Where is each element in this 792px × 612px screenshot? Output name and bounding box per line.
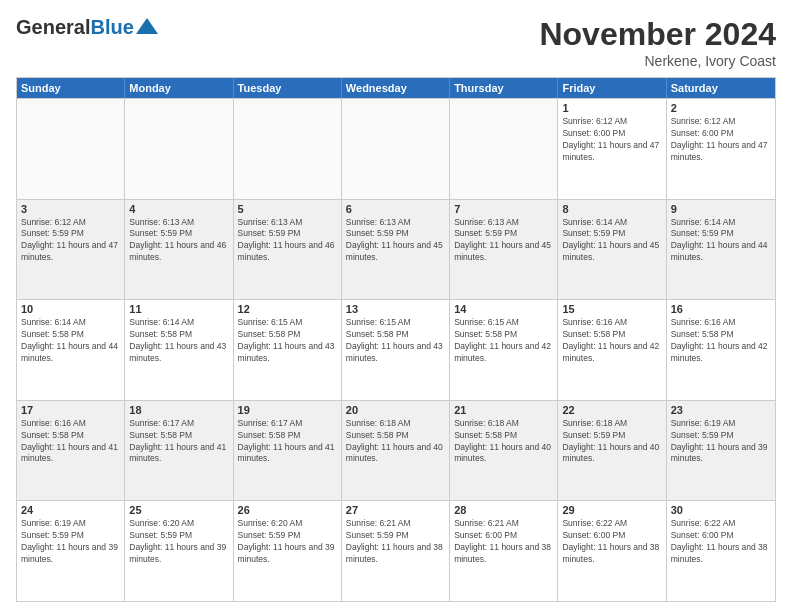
cal-cell xyxy=(125,99,233,199)
cal-cell: 26Sunrise: 6:20 AM Sunset: 5:59 PM Dayli… xyxy=(234,501,342,601)
cal-cell: 2Sunrise: 6:12 AM Sunset: 6:00 PM Daylig… xyxy=(667,99,775,199)
day-number: 7 xyxy=(454,203,553,215)
cal-cell: 4Sunrise: 6:13 AM Sunset: 5:59 PM Daylig… xyxy=(125,200,233,300)
cal-cell xyxy=(342,99,450,199)
day-info: Sunrise: 6:15 AM Sunset: 5:58 PM Dayligh… xyxy=(238,317,337,365)
svg-marker-0 xyxy=(136,18,158,34)
cal-header-monday: Monday xyxy=(125,78,233,98)
day-number: 29 xyxy=(562,504,661,516)
day-info: Sunrise: 6:14 AM Sunset: 5:58 PM Dayligh… xyxy=(129,317,228,365)
cal-header-sunday: Sunday xyxy=(17,78,125,98)
day-number: 15 xyxy=(562,303,661,315)
day-info: Sunrise: 6:18 AM Sunset: 5:58 PM Dayligh… xyxy=(346,418,445,466)
day-number: 30 xyxy=(671,504,771,516)
cal-cell: 16Sunrise: 6:16 AM Sunset: 5:58 PM Dayli… xyxy=(667,300,775,400)
logo-blue: Blue xyxy=(90,16,133,38)
day-number: 4 xyxy=(129,203,228,215)
cal-week-1: 1Sunrise: 6:12 AM Sunset: 6:00 PM Daylig… xyxy=(17,98,775,199)
cal-cell: 22Sunrise: 6:18 AM Sunset: 5:59 PM Dayli… xyxy=(558,401,666,501)
day-number: 18 xyxy=(129,404,228,416)
cal-cell xyxy=(450,99,558,199)
cal-header-friday: Friday xyxy=(558,78,666,98)
cal-cell: 18Sunrise: 6:17 AM Sunset: 5:58 PM Dayli… xyxy=(125,401,233,501)
cal-header-wednesday: Wednesday xyxy=(342,78,450,98)
logo-text: GeneralBlue xyxy=(16,16,134,39)
day-info: Sunrise: 6:19 AM Sunset: 5:59 PM Dayligh… xyxy=(21,518,120,566)
day-number: 26 xyxy=(238,504,337,516)
page: GeneralBlue November 2024 Nerkene, Ivory… xyxy=(0,0,792,612)
day-info: Sunrise: 6:14 AM Sunset: 5:59 PM Dayligh… xyxy=(562,217,661,265)
cal-cell: 30Sunrise: 6:22 AM Sunset: 6:00 PM Dayli… xyxy=(667,501,775,601)
logo-icon xyxy=(136,18,158,34)
day-info: Sunrise: 6:14 AM Sunset: 5:59 PM Dayligh… xyxy=(671,217,771,265)
day-number: 22 xyxy=(562,404,661,416)
day-info: Sunrise: 6:12 AM Sunset: 5:59 PM Dayligh… xyxy=(21,217,120,265)
cal-header-thursday: Thursday xyxy=(450,78,558,98)
day-info: Sunrise: 6:18 AM Sunset: 5:59 PM Dayligh… xyxy=(562,418,661,466)
day-info: Sunrise: 6:13 AM Sunset: 5:59 PM Dayligh… xyxy=(238,217,337,265)
day-info: Sunrise: 6:16 AM Sunset: 5:58 PM Dayligh… xyxy=(671,317,771,365)
cal-cell: 29Sunrise: 6:22 AM Sunset: 6:00 PM Dayli… xyxy=(558,501,666,601)
cal-week-2: 3Sunrise: 6:12 AM Sunset: 5:59 PM Daylig… xyxy=(17,199,775,300)
day-info: Sunrise: 6:13 AM Sunset: 5:59 PM Dayligh… xyxy=(346,217,445,265)
cal-cell: 13Sunrise: 6:15 AM Sunset: 5:58 PM Dayli… xyxy=(342,300,450,400)
day-info: Sunrise: 6:16 AM Sunset: 5:58 PM Dayligh… xyxy=(562,317,661,365)
day-number: 27 xyxy=(346,504,445,516)
cal-header-tuesday: Tuesday xyxy=(234,78,342,98)
cal-cell: 9Sunrise: 6:14 AM Sunset: 5:59 PM Daylig… xyxy=(667,200,775,300)
cal-cell: 21Sunrise: 6:18 AM Sunset: 5:58 PM Dayli… xyxy=(450,401,558,501)
title-block: November 2024 Nerkene, Ivory Coast xyxy=(539,16,776,69)
cal-cell: 28Sunrise: 6:21 AM Sunset: 6:00 PM Dayli… xyxy=(450,501,558,601)
logo-general: General xyxy=(16,16,90,38)
cal-cell: 17Sunrise: 6:16 AM Sunset: 5:58 PM Dayli… xyxy=(17,401,125,501)
cal-cell: 20Sunrise: 6:18 AM Sunset: 5:58 PM Dayli… xyxy=(342,401,450,501)
day-info: Sunrise: 6:12 AM Sunset: 6:00 PM Dayligh… xyxy=(562,116,661,164)
day-info: Sunrise: 6:13 AM Sunset: 5:59 PM Dayligh… xyxy=(129,217,228,265)
day-number: 8 xyxy=(562,203,661,215)
cal-cell: 7Sunrise: 6:13 AM Sunset: 5:59 PM Daylig… xyxy=(450,200,558,300)
cal-cell: 8Sunrise: 6:14 AM Sunset: 5:59 PM Daylig… xyxy=(558,200,666,300)
cal-cell: 10Sunrise: 6:14 AM Sunset: 5:58 PM Dayli… xyxy=(17,300,125,400)
cal-cell: 15Sunrise: 6:16 AM Sunset: 5:58 PM Dayli… xyxy=(558,300,666,400)
cal-cell: 27Sunrise: 6:21 AM Sunset: 5:59 PM Dayli… xyxy=(342,501,450,601)
day-number: 20 xyxy=(346,404,445,416)
cal-cell xyxy=(17,99,125,199)
cal-week-3: 10Sunrise: 6:14 AM Sunset: 5:58 PM Dayli… xyxy=(17,299,775,400)
day-number: 3 xyxy=(21,203,120,215)
day-info: Sunrise: 6:15 AM Sunset: 5:58 PM Dayligh… xyxy=(454,317,553,365)
day-info: Sunrise: 6:16 AM Sunset: 5:58 PM Dayligh… xyxy=(21,418,120,466)
day-number: 16 xyxy=(671,303,771,315)
day-number: 13 xyxy=(346,303,445,315)
day-info: Sunrise: 6:21 AM Sunset: 5:59 PM Dayligh… xyxy=(346,518,445,566)
day-info: Sunrise: 6:17 AM Sunset: 5:58 PM Dayligh… xyxy=(129,418,228,466)
day-info: Sunrise: 6:20 AM Sunset: 5:59 PM Dayligh… xyxy=(238,518,337,566)
day-number: 10 xyxy=(21,303,120,315)
cal-cell: 1Sunrise: 6:12 AM Sunset: 6:00 PM Daylig… xyxy=(558,99,666,199)
cal-cell: 25Sunrise: 6:20 AM Sunset: 5:59 PM Dayli… xyxy=(125,501,233,601)
day-number: 11 xyxy=(129,303,228,315)
cal-cell: 11Sunrise: 6:14 AM Sunset: 5:58 PM Dayli… xyxy=(125,300,233,400)
day-info: Sunrise: 6:15 AM Sunset: 5:58 PM Dayligh… xyxy=(346,317,445,365)
day-info: Sunrise: 6:19 AM Sunset: 5:59 PM Dayligh… xyxy=(671,418,771,466)
day-info: Sunrise: 6:12 AM Sunset: 6:00 PM Dayligh… xyxy=(671,116,771,164)
header: GeneralBlue November 2024 Nerkene, Ivory… xyxy=(16,16,776,69)
day-number: 2 xyxy=(671,102,771,114)
day-number: 9 xyxy=(671,203,771,215)
cal-cell: 6Sunrise: 6:13 AM Sunset: 5:59 PM Daylig… xyxy=(342,200,450,300)
cal-cell: 23Sunrise: 6:19 AM Sunset: 5:59 PM Dayli… xyxy=(667,401,775,501)
day-number: 6 xyxy=(346,203,445,215)
day-number: 19 xyxy=(238,404,337,416)
day-info: Sunrise: 6:22 AM Sunset: 6:00 PM Dayligh… xyxy=(562,518,661,566)
cal-week-4: 17Sunrise: 6:16 AM Sunset: 5:58 PM Dayli… xyxy=(17,400,775,501)
cal-cell: 24Sunrise: 6:19 AM Sunset: 5:59 PM Dayli… xyxy=(17,501,125,601)
cal-header-saturday: Saturday xyxy=(667,78,775,98)
cal-cell: 3Sunrise: 6:12 AM Sunset: 5:59 PM Daylig… xyxy=(17,200,125,300)
day-number: 17 xyxy=(21,404,120,416)
day-info: Sunrise: 6:17 AM Sunset: 5:58 PM Dayligh… xyxy=(238,418,337,466)
calendar-header-row: SundayMondayTuesdayWednesdayThursdayFrid… xyxy=(17,78,775,98)
cal-cell: 19Sunrise: 6:17 AM Sunset: 5:58 PM Dayli… xyxy=(234,401,342,501)
cal-cell: 12Sunrise: 6:15 AM Sunset: 5:58 PM Dayli… xyxy=(234,300,342,400)
day-number: 12 xyxy=(238,303,337,315)
calendar-body: 1Sunrise: 6:12 AM Sunset: 6:00 PM Daylig… xyxy=(17,98,775,601)
calendar: SundayMondayTuesdayWednesdayThursdayFrid… xyxy=(16,77,776,602)
